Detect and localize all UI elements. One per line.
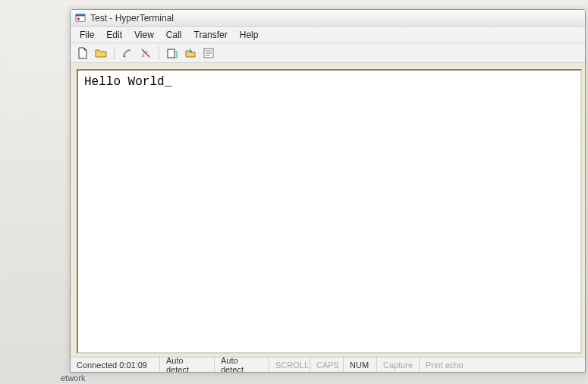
properties-icon[interactable] [201,46,216,61]
toolbar-separator [159,46,159,60]
status-elapsed: 0:01:09 [119,360,147,370]
terminal-line: Hello World [84,75,165,89]
terminal-output[interactable]: Hello World_ [78,71,580,352]
menu-call[interactable]: Call [160,28,188,42]
status-print-echo: Print echo [420,357,585,372]
status-capture: Capture [377,357,420,372]
svg-point-3 [123,55,125,57]
svg-rect-1 [76,14,85,16]
menu-transfer[interactable]: Transfer [188,28,234,42]
client-area: Hello World_ [71,63,585,357]
menu-file[interactable]: File [74,28,100,42]
toolbar-separator [114,46,115,60]
statusbar: Connected 0:01:09 Auto detect Auto detec… [71,357,585,372]
status-scroll: SCROLL [269,357,310,372]
disconnect-icon[interactable] [138,46,153,61]
status-autodetect-2: Auto detect [215,357,269,372]
send-icon[interactable] [165,46,180,61]
svg-point-4 [143,55,145,57]
titlebar[interactable]: Test - HyperTerminal [71,10,585,27]
menu-help[interactable]: Help [234,28,265,42]
background-partial-text: etwork [61,373,85,382]
toolbar [71,43,585,63]
open-folder-icon[interactable] [93,46,108,61]
app-icon [75,13,86,24]
menubar: File Edit View Call Transfer Help [71,27,585,43]
svg-point-2 [77,17,80,20]
menu-view[interactable]: View [128,28,160,42]
receive-icon[interactable] [183,46,198,61]
new-file-icon[interactable] [75,46,90,61]
status-caps: CAPS [310,357,344,372]
window-title: Test - HyperTerminal [90,13,174,24]
svg-rect-6 [168,49,175,58]
connect-icon[interactable] [120,46,135,61]
status-autodetect-1: Auto detect [160,357,215,372]
terminal-frame: Hello World_ [77,69,582,354]
terminal-cursor: _ [165,75,172,89]
status-connected: Connected 0:01:09 [71,357,160,372]
hyperterminal-window: Test - HyperTerminal File Edit View Call… [70,9,586,373]
status-num: NUM [344,357,377,372]
menu-edit[interactable]: Edit [100,28,128,42]
status-connected-label: Connected [77,360,117,370]
